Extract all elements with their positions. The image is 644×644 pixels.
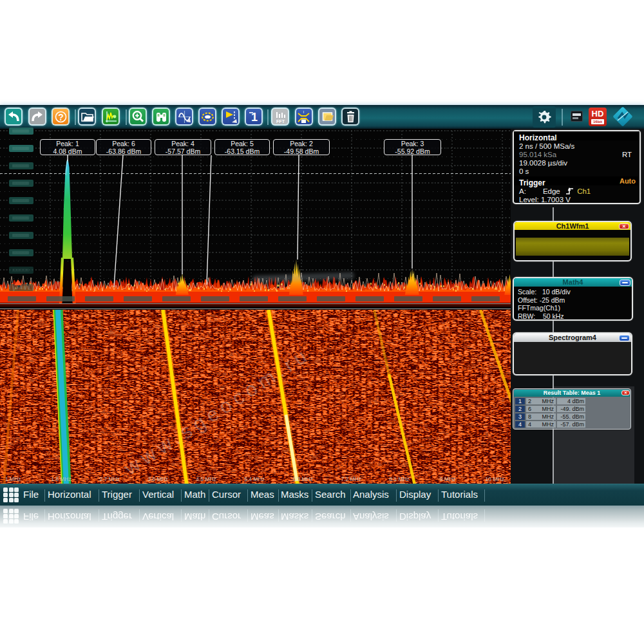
svg-text:?: ?: [58, 111, 64, 122]
svg-text:10 MHz: 10 MHz: [485, 476, 504, 482]
svg-text:1.8 MHz: 1.8 MHz: [51, 476, 71, 482]
svg-text:4.5 MHz: 4.5 MHz: [196, 476, 216, 482]
svg-text:2.7 MHz: 2.7 MHz: [99, 476, 120, 482]
svg-text:1 MHz: 1 MHz: [5, 476, 21, 482]
svg-text:9 MHz: 9 MHz: [440, 476, 456, 482]
svg-text:FFT: FFT: [276, 119, 285, 124]
svg-text:5.4 MHz: 5.4 MHz: [244, 476, 265, 482]
svg-text:7.2 MHz: 7.2 MHz: [341, 476, 361, 482]
svg-text:6.3 MHz: 6.3 MHz: [292, 476, 313, 482]
svg-text:8.1 MHz: 8.1 MHz: [389, 476, 410, 482]
svg-text:3.6 MHz: 3.6 MHz: [147, 476, 168, 482]
